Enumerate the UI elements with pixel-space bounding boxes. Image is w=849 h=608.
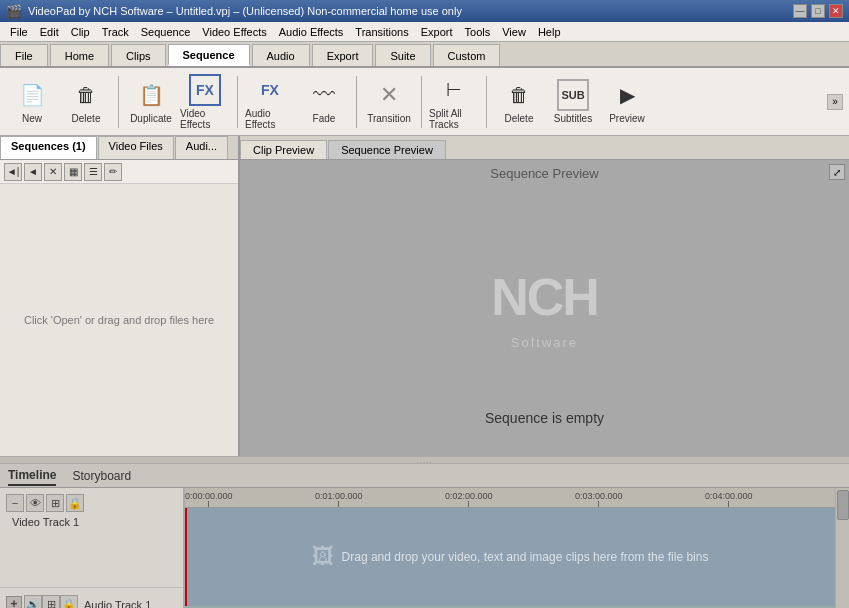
toolbar: 📄New🗑Delete📋DuplicateFXVideo EffectsFXAu… bbox=[0, 68, 849, 136]
video-track-lane: 🖼 Drag and drop your video, text and ima… bbox=[185, 508, 835, 608]
timeline-tab-timeline[interactable]: Timeline bbox=[8, 466, 56, 486]
menu-item-transitions[interactable]: Transitions bbox=[349, 24, 414, 40]
toolbar-expand-button[interactable]: » bbox=[827, 94, 843, 110]
timeline-ruler-area: 0:00:00.0000:01:00.0000:02:00.0000:03:00… bbox=[185, 488, 835, 608]
ribbon-tab-clips[interactable]: Clips bbox=[111, 44, 165, 66]
toolbar-btn-video-effects[interactable]: FXVideo Effects bbox=[179, 73, 231, 131]
preview-label: Preview bbox=[609, 113, 645, 124]
window-controls: — □ ✕ bbox=[793, 4, 843, 18]
ribbon-tab-bar: FileHomeClipsSequenceAudioExportSuiteCus… bbox=[0, 42, 849, 68]
menu-item-video-effects[interactable]: Video Effects bbox=[196, 24, 272, 40]
menu-item-view[interactable]: View bbox=[496, 24, 532, 40]
video-track-buttons: − 👁 ⊞ 🔒 bbox=[6, 494, 84, 512]
left-toolbar-btn-0[interactable]: ◄| bbox=[4, 163, 22, 181]
toolbar-btn-audio-effects[interactable]: FXAudio Effects bbox=[244, 73, 296, 131]
toolbar-btn-fade[interactable]: 〰Fade bbox=[298, 73, 350, 131]
new-icon: 📄 bbox=[16, 79, 48, 111]
audio-group-button[interactable]: ⊞ bbox=[42, 595, 60, 608]
video-group-button[interactable]: ⊞ bbox=[46, 494, 64, 512]
subtitles-icon: SUB bbox=[557, 79, 589, 111]
fade-label: Fade bbox=[313, 113, 336, 124]
menu-item-tools[interactable]: Tools bbox=[459, 24, 497, 40]
audio-speaker-button[interactable]: 🔊 bbox=[24, 595, 42, 608]
audio-effects-icon: FX bbox=[254, 74, 286, 106]
transition-icon: ✕ bbox=[373, 79, 405, 111]
nch-logo: NCH bbox=[491, 267, 598, 327]
video-minus-button[interactable]: − bbox=[6, 494, 24, 512]
delete-label: Delete bbox=[72, 113, 101, 124]
add-track-button[interactable]: + bbox=[6, 596, 22, 608]
video-eye-button[interactable]: 👁 bbox=[26, 494, 44, 512]
maximize-button[interactable]: □ bbox=[811, 4, 825, 18]
new-label: New bbox=[22, 113, 42, 124]
toolbar-btn-delete2[interactable]: 🗑Delete bbox=[493, 73, 545, 131]
ribbon-tab-suite[interactable]: Suite bbox=[375, 44, 430, 66]
preview-tab-sequence-preview[interactable]: Sequence Preview bbox=[328, 140, 446, 159]
toolbar-separator-2 bbox=[118, 76, 119, 128]
menu-bar: FileEditClipTrackSequenceVideo EffectsAu… bbox=[0, 22, 849, 42]
preview-icon: ▶ bbox=[611, 79, 643, 111]
left-tab-sequences--1-[interactable]: Sequences (1) bbox=[0, 136, 97, 159]
menu-item-export[interactable]: Export bbox=[415, 24, 459, 40]
close-button[interactable]: ✕ bbox=[829, 4, 843, 18]
toolbar-btn-transition[interactable]: ✕Transition bbox=[363, 73, 415, 131]
menu-item-audio-effects[interactable]: Audio Effects bbox=[273, 24, 350, 40]
main-area: Sequences (1)Video FilesAudi... ◄|◄✕▦☰✏ … bbox=[0, 136, 849, 456]
menu-item-edit[interactable]: Edit bbox=[34, 24, 65, 40]
timeline-tab-storyboard[interactable]: Storyboard bbox=[72, 467, 131, 485]
ribbon-tab-audio[interactable]: Audio bbox=[252, 44, 310, 66]
menu-item-help[interactable]: Help bbox=[532, 24, 567, 40]
video-lock-button[interactable]: 🔒 bbox=[66, 494, 84, 512]
ruler-mark-3: 0:03:00.000 bbox=[575, 491, 623, 507]
left-toolbar-btn-1[interactable]: ◄ bbox=[24, 163, 42, 181]
nch-software-label: Software bbox=[511, 335, 578, 350]
menu-item-sequence[interactable]: Sequence bbox=[135, 24, 197, 40]
audio-track-label: Audio Track 1 bbox=[84, 599, 151, 608]
toolbar-btn-duplicate[interactable]: 📋Duplicate bbox=[125, 73, 177, 131]
preview-area: Sequence Preview NCH Software Sequence i… bbox=[240, 160, 849, 456]
ribbon-tab-file[interactable]: File bbox=[0, 44, 48, 66]
minimize-button[interactable]: — bbox=[793, 4, 807, 18]
timeline-scrollbar[interactable] bbox=[835, 488, 849, 608]
toolbar-separator-7 bbox=[421, 76, 422, 128]
preview-drag-bar[interactable]: ..... bbox=[0, 456, 849, 464]
scrollbar-thumb[interactable] bbox=[837, 490, 849, 520]
menu-item-clip[interactable]: Clip bbox=[65, 24, 96, 40]
left-tab-video-files[interactable]: Video Files bbox=[98, 136, 174, 159]
video-track-label: Video Track 1 bbox=[12, 516, 84, 528]
left-toolbar-btn-5[interactable]: ✏ bbox=[104, 163, 122, 181]
expand-button[interactable]: ⤢ bbox=[829, 164, 845, 180]
delete-icon: 🗑 bbox=[70, 79, 102, 111]
left-toolbar-btn-3[interactable]: ▦ bbox=[64, 163, 82, 181]
toolbar-btn-subtitles[interactable]: SUBSubtitles bbox=[547, 73, 599, 131]
transition-label: Transition bbox=[367, 113, 411, 124]
ribbon-tab-export[interactable]: Export bbox=[312, 44, 374, 66]
timeline-area: TimelineStoryboard − 👁 ⊞ 🔒 Video Track 1… bbox=[0, 464, 849, 608]
video-effects-icon: FX bbox=[189, 74, 221, 106]
preview-tab-clip-preview[interactable]: Clip Preview bbox=[240, 140, 327, 159]
toolbar-btn-delete[interactable]: 🗑Delete bbox=[60, 73, 112, 131]
playhead-line bbox=[185, 508, 187, 606]
toolbar-separator-8 bbox=[486, 76, 487, 128]
toolbar-btn-preview[interactable]: ▶Preview bbox=[601, 73, 653, 131]
ribbon-tab-sequence[interactable]: Sequence bbox=[168, 44, 250, 66]
left-toolbar-btn-4[interactable]: ☰ bbox=[84, 163, 102, 181]
left-content: Click 'Open' or drag and drop files here bbox=[0, 184, 238, 456]
timeline-ruler[interactable]: 0:00:00.0000:01:00.0000:02:00.0000:03:00… bbox=[185, 488, 835, 508]
left-toolbar-btn-2[interactable]: ✕ bbox=[44, 163, 62, 181]
video-effects-label: Video Effects bbox=[180, 108, 230, 130]
menu-item-track[interactable]: Track bbox=[96, 24, 135, 40]
timeline-tabs: TimelineStoryboard bbox=[0, 464, 849, 488]
menu-item-file[interactable]: File bbox=[4, 24, 34, 40]
toolbar-btn-new[interactable]: 📄New bbox=[6, 73, 58, 131]
split-all-tracks-label: Split All Tracks bbox=[429, 108, 479, 130]
left-toolbar: ◄|◄✕▦☰✏ bbox=[0, 160, 238, 184]
left-tabs: Sequences (1)Video FilesAudi... bbox=[0, 136, 238, 160]
ribbon-tab-home[interactable]: Home bbox=[50, 44, 109, 66]
audio-lock-button[interactable]: 🔒 bbox=[60, 595, 78, 608]
toolbar-btn-split-all-tracks[interactable]: ⊢Split All Tracks bbox=[428, 73, 480, 131]
delete2-label: Delete bbox=[505, 113, 534, 124]
left-tab-audi...[interactable]: Audi... bbox=[175, 136, 228, 159]
ruler-mark-0: 0:00:00.000 bbox=[185, 491, 233, 507]
ribbon-tab-custom[interactable]: Custom bbox=[433, 44, 501, 66]
